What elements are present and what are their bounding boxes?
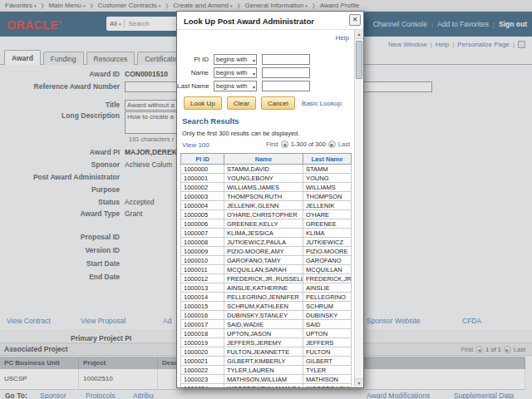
- lookup-result-cell[interactable]: FREDERICK,JR.: [303, 274, 352, 283]
- lookup-result-row[interactable]: 1000003THOMPSON,RUTHTHOMPSON: [181, 192, 352, 201]
- modal-help-link[interactable]: Help: [336, 34, 349, 42]
- lookup-result-cell[interactable]: DUBINSKY,STANLEY: [224, 311, 303, 320]
- lookup-result-cell[interactable]: 1000009: [181, 247, 224, 256]
- lookup-result-cell[interactable]: GILBERT: [303, 357, 352, 366]
- lookup-result-cell[interactable]: JUTKIEWICZ: [303, 238, 352, 247]
- lookup-result-cell[interactable]: KLIMA: [303, 229, 352, 238]
- lookup-result-row[interactable]: 1000024WOSOTOWSKY,AMANDAWOSOTOWSKY: [181, 384, 352, 389]
- lookup-result-cell[interactable]: 1000010: [181, 256, 224, 265]
- lookup-result-cell[interactable]: PELLEGRINO: [303, 293, 352, 302]
- lookup-result-cell[interactable]: PIZIO-MOORE,AMY: [224, 247, 303, 256]
- lookup-result-row[interactable]: 1000000STAMM,DAVIDSTAMM: [181, 165, 352, 174]
- lookup-result-row[interactable]: 1000004JELLENIK,GLENNJELLENIK: [181, 201, 352, 210]
- lookup-result-cell[interactable]: 1000017: [181, 320, 224, 329]
- lookup-result-cell[interactable]: GILBERT,KIMBERLY: [224, 357, 303, 366]
- lookup-result-cell[interactable]: UPTON,JASON: [224, 329, 303, 338]
- lookup-result-cell[interactable]: 1000019: [181, 338, 224, 347]
- lookup-result-row[interactable]: 1000022TYLER,LAURENTYLER: [181, 366, 352, 375]
- lookup-result-cell[interactable]: 1000001: [181, 174, 224, 183]
- last-name-operator-select[interactable]: begins with▾: [214, 81, 257, 91]
- lookup-result-row[interactable]: 1000012FREDERICK,JR.,RUSSELLFREDERICK,JR…: [181, 274, 352, 283]
- lookup-result-cell[interactable]: MATHISON: [303, 375, 352, 384]
- lookup-result-cell[interactable]: 1000023: [181, 375, 224, 384]
- lookup-result-cell[interactable]: 1000007: [181, 229, 224, 238]
- lookup-result-cell[interactable]: GREENEE: [303, 219, 352, 229]
- lookup-result-cell[interactable]: 1000012: [181, 274, 224, 283]
- lookup-result-row[interactable]: 1000011MCQUILLAN,SARAHMCQUILLAN: [181, 265, 352, 274]
- lookup-result-cell[interactable]: FULTON,JEANNETTE: [224, 347, 303, 357]
- lookup-result-cell[interactable]: 1000004: [181, 201, 224, 210]
- scroll-up-icon[interactable]: ▲: [355, 30, 363, 39]
- column-header-last-name[interactable]: Last Name: [303, 154, 352, 165]
- lookup-result-row[interactable]: 1000005O'HARE,CHRISTOPHERO'HARE: [181, 210, 352, 219]
- lookup-result-cell[interactable]: YOUNG,EBONY: [224, 174, 303, 183]
- lookup-result-row[interactable]: 1000018UPTON,JASONUPTON: [181, 329, 352, 338]
- lookup-result-row[interactable]: 1000023MATHISON,WILLIAMMATHISON: [181, 375, 352, 384]
- lookup-result-cell[interactable]: 1000000: [181, 165, 224, 174]
- lookup-result-cell[interactable]: GAROFANO: [303, 256, 352, 265]
- lookup-result-cell[interactable]: WOSOTOWSKY,AMANDA: [224, 384, 303, 389]
- lookup-result-row[interactable]: 1000019JEFFERS,JEREMYJEFFERS: [181, 338, 352, 347]
- lookup-result-cell[interactable]: SCHRUM: [303, 302, 352, 311]
- lookup-result-cell[interactable]: SCHRUM,KATHLEEN: [224, 302, 303, 311]
- lookup-result-cell[interactable]: JUTKIEWICZ,PAULA: [224, 238, 303, 247]
- pager-first[interactable]: First: [266, 140, 278, 148]
- lookup-result-cell[interactable]: THOMPSON: [303, 192, 352, 201]
- scroll-thumb[interactable]: [356, 41, 362, 79]
- lookup-result-cell[interactable]: FREDERICK,JR.,RUSSELL: [224, 274, 303, 283]
- lookup-result-cell[interactable]: FULTON: [303, 347, 352, 357]
- lookup-result-cell[interactable]: YOUNG: [303, 174, 352, 183]
- lookup-result-row[interactable]: 1000007KLIMA,JESSICAKLIMA: [181, 229, 352, 238]
- lookup-result-cell[interactable]: PIZIO-MOORE: [303, 247, 352, 256]
- lookup-result-cell[interactable]: KLIMA,JESSICA: [224, 229, 303, 238]
- column-header-name[interactable]: Name: [224, 154, 303, 165]
- lookup-result-cell[interactable]: UPTON: [303, 329, 352, 338]
- lookup-result-cell[interactable]: 1000022: [181, 366, 224, 375]
- cancel-button[interactable]: Cancel: [261, 96, 295, 110]
- lookup-result-cell[interactable]: 1000021: [181, 357, 224, 366]
- lookup-result-cell[interactable]: 1000008: [181, 238, 224, 247]
- pi-id-input[interactable]: [262, 54, 310, 65]
- lookup-result-cell[interactable]: THOMPSON,RUTH: [224, 192, 303, 201]
- lookup-result-cell[interactable]: 1000013: [181, 283, 224, 293]
- lookup-result-row[interactable]: 1000001YOUNG,EBONYYOUNG: [181, 174, 352, 183]
- lookup-result-cell[interactable]: AINSLIE: [303, 283, 352, 293]
- lookup-result-cell[interactable]: DUBINSKY: [303, 311, 352, 320]
- lookup-result-row[interactable]: 1000021GILBERT,KIMBERLYGILBERT: [181, 357, 352, 366]
- lookup-result-cell[interactable]: TYLER,LAUREN: [224, 366, 303, 375]
- lookup-result-cell[interactable]: MCQUILLAN: [303, 265, 352, 274]
- lookup-result-row[interactable]: 1000006GREENEE,KELLYGREENEE: [181, 219, 352, 229]
- lookup-result-cell[interactable]: STAMM: [303, 165, 352, 174]
- lookup-result-row[interactable]: 1000020FULTON,JEANNETTEFULTON: [181, 347, 352, 357]
- lookup-result-cell[interactable]: 1000024: [181, 384, 224, 389]
- lookup-result-cell[interactable]: 1000003: [181, 192, 224, 201]
- lookup-result-cell[interactable]: JELLENIK,GLENN: [224, 201, 303, 210]
- lookup-result-cell[interactable]: 1000015: [181, 302, 224, 311]
- lookup-result-cell[interactable]: GAROFANO,TAMY: [224, 256, 303, 265]
- lookup-result-cell[interactable]: AINSLIE,KATHERINE: [224, 283, 303, 293]
- lookup-result-cell[interactable]: O'HARE: [303, 210, 352, 219]
- lookup-result-cell[interactable]: 1000020: [181, 347, 224, 357]
- lookup-result-row[interactable]: 1000010GAROFANO,TAMYGAROFANO: [181, 256, 352, 265]
- pager-prev-icon[interactable]: ◀: [281, 140, 288, 148]
- lookup-result-cell[interactable]: STAMM,DAVID: [224, 165, 303, 174]
- lookup-result-cell[interactable]: WILLIAMS: [303, 183, 352, 192]
- clear-button[interactable]: Clear: [227, 96, 256, 110]
- close-icon[interactable]: ✕: [349, 14, 361, 26]
- lookup-result-cell[interactable]: GREENEE,KELLY: [224, 219, 303, 229]
- look-up-button[interactable]: Look Up: [184, 96, 222, 110]
- lookup-result-cell[interactable]: JELLENIK: [303, 201, 352, 210]
- lookup-result-cell[interactable]: WILLIAMS,JAMES: [224, 183, 303, 192]
- lookup-result-row[interactable]: 1000009PIZIO-MOORE,AMYPIZIO-MOORE: [181, 247, 352, 256]
- pager-next-icon[interactable]: ▶: [328, 140, 336, 148]
- pager-last[interactable]: Last: [338, 140, 350, 148]
- name-input[interactable]: [262, 67, 310, 78]
- lookup-result-cell[interactable]: SAID: [303, 320, 352, 329]
- lookup-result-row[interactable]: 1000002WILLIAMS,JAMESWILLIAMS: [181, 183, 352, 192]
- lookup-result-cell[interactable]: O'HARE,CHRISTOPHER: [224, 210, 303, 219]
- lookup-result-row[interactable]: 1000008JUTKIEWICZ,PAULAJUTKIEWICZ: [181, 238, 352, 247]
- lookup-result-cell[interactable]: JEFFERS,JEREMY: [224, 338, 303, 347]
- lookup-result-cell[interactable]: 1000002: [181, 183, 224, 192]
- modal-scrollbar[interactable]: ▲ ▼: [354, 30, 363, 387]
- lookup-result-cell[interactable]: 1000018: [181, 329, 224, 338]
